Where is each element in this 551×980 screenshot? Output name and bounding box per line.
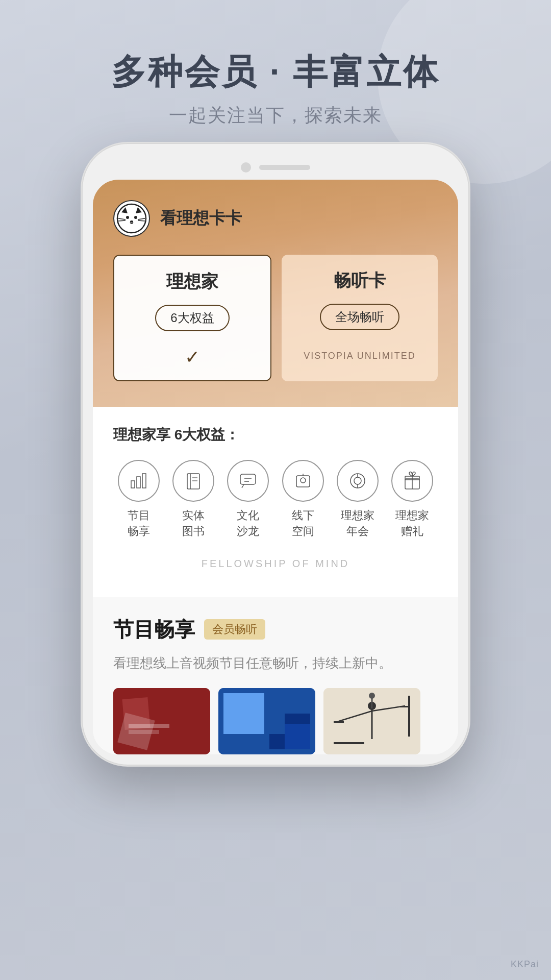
app-content: 看理想卡卡 理想家 6大权益 ✓ 畅听卡 全场畅听 VISTOPIA UNLIM… <box>93 180 458 754</box>
benefit-label-2: 实体图书 <box>182 508 205 540</box>
benefit-icon-gift <box>391 460 433 502</box>
svg-point-3 <box>126 216 129 219</box>
membership-cards-row: 理想家 6大权益 ✓ 畅听卡 全场畅听 VISTOPIA UNLIMITED <box>113 255 438 381</box>
card-lixiangjia[interactable]: 理想家 6大权益 ✓ <box>113 255 271 381</box>
benefit-item-2: 实体图书 <box>168 460 219 540</box>
benefit-item-6: 理想家赠礼 <box>387 460 438 540</box>
benefit-label-5: 理想家年会 <box>341 508 374 540</box>
card-top-section: 看理想卡卡 理想家 6大权益 ✓ 畅听卡 全场畅听 VISTOPIA UNLIM… <box>93 180 458 407</box>
lower-card-header: 节目畅享 会员畅听 <box>113 616 438 644</box>
thumb3-image <box>323 688 420 754</box>
benefit-label-1: 节目畅享 <box>128 508 150 540</box>
circle-link-icon <box>347 471 368 491</box>
phone-body: 看理想卡卡 理想家 6大权益 ✓ 畅听卡 全场畅听 VISTOPIA UNLIM… <box>82 143 469 766</box>
card2-subtitle: VISTOPIA UNLIMITED <box>292 351 428 361</box>
benefits-title: 理想家享 6大权益： <box>113 425 438 445</box>
benefit-icon-salon <box>227 460 269 502</box>
benefit-icon-annual <box>337 460 379 502</box>
svg-point-21 <box>300 478 306 483</box>
card1-checkmark: ✓ <box>124 347 260 368</box>
svg-point-24 <box>354 477 361 484</box>
fellowship-text: FELLOWSHIP OF MIND <box>113 548 438 585</box>
book-icon <box>183 471 204 491</box>
svg-rect-31 <box>122 697 150 730</box>
svg-point-45 <box>369 693 375 699</box>
benefits-icons-row: 节目畅享 实体图书 <box>113 460 438 540</box>
svg-line-6 <box>118 220 126 221</box>
thumb2-image <box>218 688 315 754</box>
chat-icon <box>238 471 258 491</box>
lower-section-badge: 会员畅听 <box>204 619 265 640</box>
svg-rect-43 <box>334 721 344 723</box>
card2-badge: 全场畅听 <box>320 304 399 330</box>
svg-point-4 <box>134 216 137 219</box>
thumbnail-3[interactable] <box>323 688 420 754</box>
svg-line-8 <box>138 220 145 221</box>
thumbnail-row <box>113 688 438 754</box>
lower-section: 节目畅享 会员畅听 看理想线上音视频节目任意畅听，持续上新中。 <box>93 597 458 755</box>
phone-top-bar <box>93 154 458 180</box>
cat-icon <box>116 203 147 234</box>
thumb1-image <box>113 688 210 754</box>
card-changtingka[interactable]: 畅听卡 全场畅听 VISTOPIA UNLIMITED <box>282 255 438 381</box>
svg-rect-10 <box>131 481 135 488</box>
benefit-item-4: 线下空间 <box>278 460 329 540</box>
phone-mockup: 看理想卡卡 理想家 6大权益 ✓ 畅听卡 全场畅听 VISTOPIA UNLIM… <box>82 143 469 766</box>
brand-logo <box>113 200 150 237</box>
phone-speaker <box>259 165 310 170</box>
svg-rect-12 <box>142 474 146 488</box>
benefit-label-3: 文化沙龙 <box>237 508 259 540</box>
benefit-icon-space <box>282 460 324 502</box>
page-title: 多种会员 · 丰富立体 <box>0 51 551 93</box>
svg-rect-17 <box>240 474 256 484</box>
thumbnail-2[interactable] <box>218 688 315 754</box>
svg-rect-30 <box>113 688 210 754</box>
svg-rect-44 <box>400 706 410 707</box>
phone-screen: 看理想卡卡 理想家 6大权益 ✓ 畅听卡 全场畅听 VISTOPIA UNLIM… <box>93 180 458 754</box>
benefit-label-4: 线下空间 <box>292 508 314 540</box>
phone-camera <box>241 162 251 173</box>
page-subtitle: 一起关注当下，探索未来 <box>0 103 551 128</box>
location-icon <box>293 471 313 491</box>
svg-rect-35 <box>223 693 264 729</box>
svg-rect-13 <box>187 474 199 489</box>
brand-name: 看理想卡卡 <box>160 207 242 230</box>
header-section: 多种会员 · 丰富立体 一起关注当下，探索未来 <box>0 0 551 128</box>
benefit-label-6: 理想家赠礼 <box>395 508 429 540</box>
thumbnail-1[interactable] <box>113 688 210 754</box>
benefit-item-3: 文化沙龙 <box>222 460 273 540</box>
brand-row: 看理想卡卡 <box>113 200 438 237</box>
svg-rect-32 <box>129 724 169 728</box>
svg-rect-37 <box>249 708 285 734</box>
lower-section-desc: 看理想线上音视频节目任意畅听，持续上新中。 <box>113 653 438 674</box>
svg-point-9 <box>130 220 133 223</box>
benefit-item-5: 理想家年会 <box>332 460 383 540</box>
benefit-icon-shuti <box>172 460 214 502</box>
lower-section-title: 节目畅享 <box>113 616 195 644</box>
benefit-icon-jiemu <box>118 460 160 502</box>
card2-title: 畅听卡 <box>292 269 428 292</box>
watermark: KKPai <box>511 959 539 970</box>
svg-rect-33 <box>129 730 159 734</box>
gift-icon <box>402 471 422 491</box>
benefits-section: 理想家享 6大权益： 节目畅享 <box>93 407 458 597</box>
svg-rect-11 <box>137 477 140 488</box>
card1-badge: 6大权益 <box>155 305 229 331</box>
svg-point-0 <box>117 204 146 233</box>
bar-chart-icon <box>129 471 149 491</box>
card1-title: 理想家 <box>124 270 260 293</box>
benefit-item-1: 节目畅享 <box>113 460 164 540</box>
